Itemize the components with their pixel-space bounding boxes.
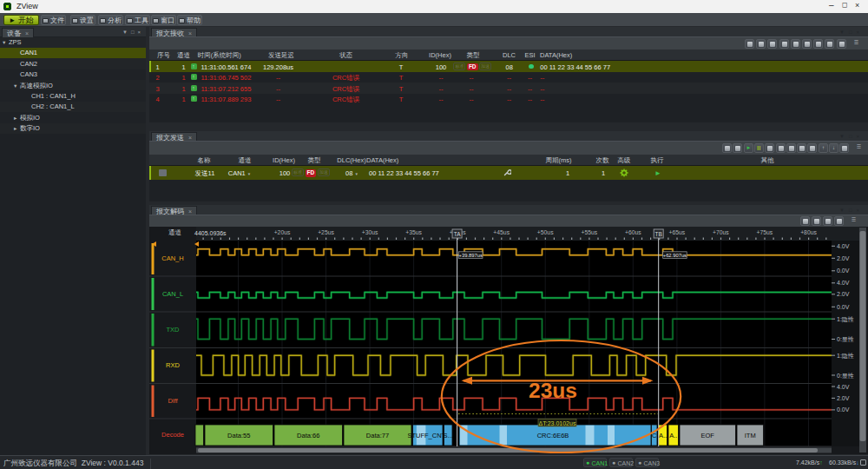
svg-text:23us: 23us xyxy=(529,379,577,402)
svg-text:Data:66: Data:66 xyxy=(297,432,319,439)
svg-text:Data:77: Data:77 xyxy=(366,432,389,439)
svg-text:CRC:6E6B: CRC:6E6B xyxy=(537,432,569,439)
svg-text:EOF: EOF xyxy=(700,432,714,439)
svg-text:+20us: +20us xyxy=(274,229,291,235)
svg-text:Data:55: Data:55 xyxy=(227,432,250,439)
svg-text:+80us: +80us xyxy=(800,229,817,235)
svg-text:4405.0936s: 4405.0936s xyxy=(194,230,227,236)
svg-text:+62.907us: +62.907us xyxy=(663,253,687,258)
svg-text:TXD: TXD xyxy=(167,326,181,334)
svg-text:+60us: +60us xyxy=(625,229,641,235)
svg-text:+50us: +50us xyxy=(537,229,554,235)
svg-text:+30us: +30us xyxy=(362,229,378,235)
svg-text:CAN_L: CAN_L xyxy=(162,290,183,298)
svg-text:+25us: +25us xyxy=(318,229,334,235)
svg-text:0.0V: 0.0V xyxy=(837,304,850,310)
svg-text:+70us: +70us xyxy=(713,229,729,235)
svg-text:+75us: +75us xyxy=(757,229,773,235)
svg-text:0.0V: 0.0V xyxy=(837,406,850,413)
svg-text:CAN_H: CAN_H xyxy=(161,254,183,262)
svg-text:+39.897us: +39.897us xyxy=(459,253,483,258)
svg-text:TA: TA xyxy=(454,231,461,237)
svg-text:ITM: ITM xyxy=(745,432,756,439)
svg-text:A..: A.. xyxy=(669,432,677,439)
svg-text:+65us: +65us xyxy=(669,229,686,235)
svg-text:2.0V: 2.0V xyxy=(837,395,850,401)
svg-text:+45us: +45us xyxy=(493,229,510,235)
svg-text:+55us: +55us xyxy=(581,229,597,235)
svg-text:1:隐性: 1:隐性 xyxy=(837,353,854,360)
svg-text:RXD: RXD xyxy=(166,361,180,369)
svg-text:4.0V: 4.0V xyxy=(837,384,850,390)
svg-text:0:显性: 0:显性 xyxy=(837,336,854,342)
svg-text:Diff: Diff xyxy=(168,397,178,405)
svg-text:2.0V: 2.0V xyxy=(837,291,850,297)
svg-text:S...: S... xyxy=(444,432,453,439)
svg-text:4.0V: 4.0V xyxy=(837,280,850,286)
svg-text:Decode: Decode xyxy=(161,431,184,439)
svg-text:4.0V: 4.0V xyxy=(837,243,850,249)
svg-text:A..: A.. xyxy=(659,432,667,439)
svg-text:+35us: +35us xyxy=(405,229,422,235)
svg-text:0:显性: 0:显性 xyxy=(837,373,854,379)
svg-text:1:隐性: 1:隐性 xyxy=(837,316,854,323)
svg-text:2.0V: 2.0V xyxy=(837,255,850,261)
svg-text:ΔT:23.0102us: ΔT:23.0102us xyxy=(539,420,576,426)
svg-text:通道: 通道 xyxy=(168,228,182,236)
svg-text:TB: TB xyxy=(655,231,662,237)
svg-text:0.0V: 0.0V xyxy=(837,268,850,274)
